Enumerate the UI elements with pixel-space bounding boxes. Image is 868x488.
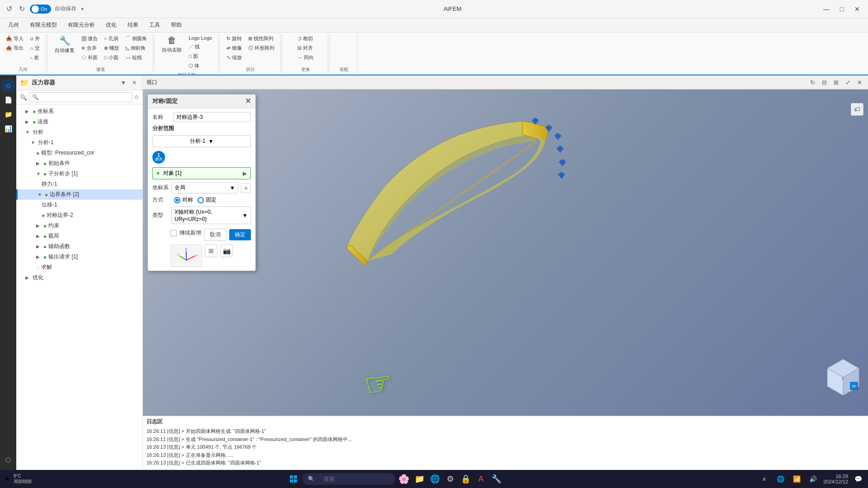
tree-item-aux-func[interactable]: ▶ ● 辅助函数 — [16, 241, 142, 252]
coord-add-btn[interactable]: + — [241, 183, 251, 193]
menu-results[interactable]: 结果 — [123, 19, 143, 31]
close-btn[interactable]: ✕ — [851, 3, 863, 15]
autosave-toggle[interactable]: On — [30, 5, 51, 14]
rb-hole[interactable]: ○ 孔洞 — [102, 34, 122, 43]
rb-short-line[interactable]: — 短线 — [123, 53, 149, 62]
tray-volume-icon[interactable]: 🔊 — [807, 473, 820, 485]
taskbar-flower-icon[interactable]: 🌸 — [398, 473, 410, 485]
maximize-btn[interactable]: □ — [835, 3, 848, 15]
grid-view-btn[interactable]: ⊞ — [205, 244, 217, 257]
taskbar-app1[interactable]: A — [475, 473, 487, 485]
radio-fixed[interactable]: 固定 — [198, 196, 217, 204]
analysis-selector[interactable]: 分析-1 ▼ — [152, 135, 251, 147]
rb-auto-remove[interactable]: 🗑自动去除 — [159, 34, 184, 70]
sidebar-expand-btn[interactable]: ▼ — [119, 78, 128, 87]
rb-tangent[interactable]: ⊃ 相切 — [295, 34, 316, 43]
menu-tools[interactable]: 工具 — [145, 19, 165, 31]
minimize-btn[interactable]: — — [820, 3, 833, 15]
rb-stitch[interactable]: ▦ 缝合 — [79, 34, 100, 43]
menu-fem-model[interactable]: 有限元模型 — [25, 19, 61, 31]
menu-help[interactable]: 帮助 — [166, 19, 186, 31]
autosave-dropdown-icon[interactable]: ▼ — [80, 6, 85, 12]
radio-symmetry[interactable]: 对称 — [174, 196, 193, 204]
rb-subtract[interactable]: −差 — [28, 53, 42, 62]
tree-item-solve[interactable]: ○ 求解 — [16, 262, 142, 272]
redo-btn[interactable]: ↻ — [17, 5, 26, 14]
tree-item-sym-boundary2[interactable]: ● 对称边界-2 — [16, 210, 142, 221]
tree-item-connect[interactable]: ▶ ● 连接 — [16, 117, 142, 127]
vp-split-h-btn[interactable]: ⊞ — [831, 77, 841, 87]
search-options-icon[interactable]: ⊙ — [134, 94, 139, 100]
rb-patch[interactable]: ◇ 补面 — [79, 53, 100, 62]
bookmark-tool-btn[interactable]: 🏷 — [851, 103, 863, 116]
tree-item-substep[interactable]: ▼ ● 子分析步 [1] — [16, 169, 142, 179]
tree-item-static1[interactable]: 静力-1 — [16, 179, 142, 189]
tree-item-disp1[interactable]: 位移-1 — [16, 200, 142, 210]
vp-split-v-btn[interactable]: ⊟ — [819, 77, 829, 87]
tree-item-boundary[interactable]: ▼ ● 边界条件 [2] — [16, 189, 142, 200]
rb-import[interactable]: 📥导入 — [4, 34, 26, 43]
tree-item-coords[interactable]: ▶ ● 坐标系 — [16, 106, 142, 117]
tree-item-analysis[interactable]: ▼ 分析 — [16, 127, 142, 137]
rb-face[interactable]: □ 面 — [186, 52, 214, 61]
rb-align[interactable]: ⊟ 对齐 — [295, 44, 316, 52]
menu-geometry[interactable]: 几何 — [4, 19, 24, 31]
taskbar-search-bar[interactable]: 🔍 — [302, 473, 395, 485]
vp-refresh-btn[interactable]: ↻ — [807, 77, 817, 87]
tree-item-constraint[interactable]: ▶ ● 约束 — [16, 221, 142, 231]
rb-fillet[interactable]: ⌒ 倒圆角 — [123, 34, 149, 43]
rb-small-face[interactable]: □ 小面 — [102, 53, 122, 62]
rb-logo[interactable]: Logo Logo — [186, 34, 214, 42]
rb-rotate[interactable]: ↻ 旋转 — [224, 34, 244, 43]
rb-merge[interactable]: ⊕ 合并 — [79, 44, 100, 52]
vp-maximize-btn[interactable]: ⤢ — [843, 77, 853, 87]
rb-linear-array[interactable]: ⊞ 线性阵列 — [246, 34, 277, 43]
rb-circular-array[interactable]: ◎ 环形阵列 — [246, 44, 277, 52]
cube-navigator[interactable]: Z 3D ⊟ ↻ — [823, 357, 863, 398]
time-date-block[interactable]: 16:29 2024/12/12 — [823, 474, 848, 484]
tree-item-analysis1[interactable]: ▼ 分析-1 — [16, 137, 142, 148]
rb-auto-repair[interactable]: 🔧自动修复 — [52, 34, 77, 55]
taskbar-file-explorer[interactable]: 📁 — [413, 473, 426, 485]
name-input[interactable] — [173, 112, 251, 122]
dialog-close-btn[interactable]: ✕ — [245, 98, 251, 105]
tree-item-init-cond[interactable]: ▶ ● 初始条件 — [16, 158, 142, 169]
taskbar-edge-browser[interactable]: 🌐 — [429, 473, 441, 485]
sidebar-close-btn[interactable]: ✕ — [130, 78, 139, 87]
rb-chamfer[interactable]: ◺ 倒斜角 — [123, 44, 149, 52]
tray-wifi-icon[interactable]: 📶 — [791, 473, 803, 485]
rb-body[interactable]: ⬡ 体 — [186, 61, 214, 70]
taskbar-app2[interactable]: 🔧 — [490, 473, 503, 485]
undo-btn[interactable]: ↺ — [5, 5, 14, 14]
coord-dropdown[interactable]: 全局 ▼ — [171, 182, 238, 193]
camera-view-btn[interactable]: 📷 — [220, 244, 233, 257]
continue-add-checkbox[interactable] — [170, 230, 177, 236]
sidebar-left-chart[interactable]: 📊 — [2, 122, 14, 135]
tree-item-load[interactable]: ▶ ● 载荷 — [16, 231, 142, 241]
rb-mirror[interactable]: ⇌ 镜像 — [224, 44, 244, 52]
search-input[interactable] — [29, 92, 132, 102]
rb-export[interactable]: 📤导出 — [4, 44, 26, 52]
sidebar-left-box[interactable]: ⬡ — [2, 454, 14, 466]
menu-optimize[interactable]: 优化 — [101, 19, 121, 31]
tree-item-model[interactable]: ● 模型: Pressurized_cor — [16, 148, 142, 158]
rb-line[interactable]: ╱ 线 — [186, 42, 214, 51]
type-dropdown[interactable]: X轴对称 (Ux=0, URy=URz=0) ▼ — [171, 206, 251, 224]
taskbar-settings-icon[interactable]: ⚙ — [444, 473, 457, 485]
tray-network-icon[interactable]: 🌐 — [774, 473, 787, 485]
start-btn[interactable] — [287, 473, 300, 485]
tray-expand-btn[interactable]: ∧ — [758, 473, 771, 485]
taskbar-vault-icon[interactable]: 🔒 — [459, 473, 472, 485]
cancel-btn[interactable]: 取消 — [204, 229, 226, 241]
rb-thread[interactable]: ⊗ 螺纹 — [102, 44, 122, 52]
viewport-3d[interactable]: 对称/固定 ✕ 名称 分析范围 分析-1 ▼ — [143, 89, 868, 416]
sidebar-left-geometry[interactable]: ◇ — [2, 79, 14, 92]
tree-item-output[interactable]: ▶ ● 输出请求 [1] — [16, 252, 142, 262]
rb-scale[interactable]: ⤡ 缩放 — [224, 53, 244, 62]
tree-item-optimize[interactable]: ▶ 优化 — [16, 272, 142, 283]
confirm-btn[interactable]: 确定 — [229, 229, 251, 240]
sidebar-left-file[interactable]: 📄 — [2, 94, 14, 106]
rb-intersect[interactable]: ∩交 — [28, 44, 42, 52]
rb-same-dir[interactable]: → 同向 — [295, 53, 316, 62]
object-row[interactable]: ● 对象 [1] ▶ — [152, 167, 251, 179]
